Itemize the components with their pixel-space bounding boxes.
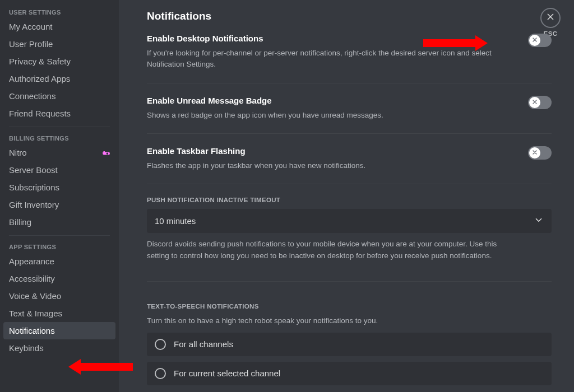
toggle-off-icon bbox=[531, 35, 538, 45]
sidebar-item-accessibility[interactable]: Accessibility bbox=[3, 270, 115, 287]
sidebar-item-connections[interactable]: Connections bbox=[3, 87, 115, 105]
toggle-knob bbox=[529, 35, 540, 46]
sidebar-item-label: Accessibility bbox=[9, 274, 55, 283]
tts-description: Turn this on to have a high tech robot s… bbox=[147, 315, 517, 327]
setting-desktop-notifications: Enable Desktop Notifications If you're l… bbox=[147, 34, 552, 83]
setting-title: Enable Desktop Notifications bbox=[147, 34, 517, 43]
sidebar-item-voice-video[interactable]: Voice & Video bbox=[3, 287, 115, 305]
nitro-icon bbox=[102, 149, 110, 157]
close-area: ESC bbox=[540, 8, 561, 37]
setting-unread-badge: Enable Unread Message Badge Shows a red … bbox=[147, 96, 552, 134]
sidebar-item-subscriptions[interactable]: Subscriptions bbox=[3, 179, 115, 196]
sidebar-item-label: Voice & Video bbox=[9, 291, 61, 301]
sidebar-item-my-account[interactable]: My Account bbox=[3, 18, 115, 35]
sidebar-item-server-boost[interactable]: Server Boost bbox=[3, 161, 115, 179]
settings-content: ESC Notifications Enable Desktop Notific… bbox=[119, 0, 574, 392]
sidebar-item-notifications[interactable]: Notifications bbox=[3, 322, 115, 339]
setting-description: Flashes the app in your taskbar when you… bbox=[147, 160, 365, 171]
toggle-knob bbox=[529, 147, 540, 158]
sidebar-item-label: Subscriptions bbox=[9, 183, 59, 192]
sidebar-item-label: Friend Requests bbox=[9, 109, 71, 118]
toggle-desktop-notifications[interactable] bbox=[528, 34, 552, 47]
sidebar-item-label: Connections bbox=[9, 91, 55, 101]
radio-icon bbox=[155, 339, 166, 350]
sidebar-item-label: Appearance bbox=[9, 256, 54, 266]
close-button[interactable] bbox=[540, 8, 561, 28]
sidebar-item-appearance[interactable]: Appearance bbox=[3, 253, 115, 270]
setting-title: Enable Unread Message Badge bbox=[147, 96, 383, 105]
setting-description: Shows a red badge on the app icon when y… bbox=[147, 110, 383, 121]
push-timeout-description: Discord avoids sending push notification… bbox=[147, 239, 517, 262]
sidebar-item-label: Keybinds bbox=[9, 343, 44, 353]
setting-title: Enable Taskbar Flashing bbox=[147, 146, 365, 156]
setting-tts: TEXT-TO-SPEECH NOTIFICATIONS Turn this o… bbox=[147, 294, 552, 392]
toggle-knob bbox=[529, 97, 540, 108]
tts-header: TEXT-TO-SPEECH NOTIFICATIONS bbox=[147, 303, 552, 310]
sidebar-item-label: User Profile bbox=[9, 39, 53, 49]
toggle-off-icon bbox=[531, 97, 538, 108]
sidebar-section-header-user: USER SETTINGS bbox=[3, 6, 115, 18]
push-timeout-header: PUSH NOTIFICATION INACTIVE TIMEOUT bbox=[147, 197, 552, 203]
setting-taskbar-flashing: Enable Taskbar Flashing Flashes the app … bbox=[147, 146, 552, 184]
sidebar-item-privacy-safety[interactable]: Privacy & Safety bbox=[3, 53, 115, 70]
sidebar-section-header-billing: BILLING SETTINGS bbox=[3, 132, 115, 144]
toggle-off-icon bbox=[531, 148, 538, 158]
sidebar-item-label: Server Boost bbox=[9, 165, 58, 175]
sidebar-item-label: My Account bbox=[9, 22, 53, 31]
sidebar-divider bbox=[9, 235, 110, 236]
sidebar-item-label: Gift Inventory bbox=[9, 200, 59, 209]
page-title: Notifications bbox=[147, 10, 552, 22]
sidebar-item-label: Nitro bbox=[9, 148, 27, 157]
chevron-down-icon bbox=[534, 215, 544, 227]
setting-push-timeout: PUSH NOTIFICATION INACTIVE TIMEOUT 10 mi… bbox=[147, 197, 552, 282]
sidebar-item-user-profile[interactable]: User Profile bbox=[3, 35, 115, 53]
setting-description: If you're looking for per-channel or per… bbox=[147, 48, 517, 71]
close-icon bbox=[546, 12, 555, 24]
push-timeout-dropdown[interactable]: 10 minutes bbox=[147, 209, 552, 233]
sidebar-divider bbox=[9, 127, 110, 127]
sidebar-item-label: Authorized Apps bbox=[9, 74, 70, 83]
sidebar-item-label: Notifications bbox=[9, 326, 55, 335]
toggle-unread-badge[interactable] bbox=[528, 96, 552, 109]
sidebar-item-gift-inventory[interactable]: Gift Inventory bbox=[3, 196, 115, 213]
settings-sidebar: USER SETTINGS My Account User Profile Pr… bbox=[0, 0, 119, 392]
radio-icon bbox=[155, 368, 166, 379]
sidebar-section-header-app: APP SETTINGS bbox=[3, 240, 115, 253]
sidebar-item-label: Text & Images bbox=[9, 309, 62, 318]
dropdown-value: 10 minutes bbox=[155, 216, 196, 226]
sidebar-item-label: Privacy & Safety bbox=[9, 57, 71, 66]
sidebar-item-billing[interactable]: Billing bbox=[3, 213, 115, 231]
radio-label: For all channels bbox=[174, 339, 233, 349]
tts-option-all-channels[interactable]: For all channels bbox=[147, 333, 552, 356]
tts-option-current-channel[interactable]: For current selected channel bbox=[147, 362, 552, 385]
sidebar-item-label: Billing bbox=[9, 217, 31, 227]
radio-label: For current selected channel bbox=[174, 368, 280, 378]
sidebar-item-text-images[interactable]: Text & Images bbox=[3, 305, 115, 322]
tts-radio-group: For all channels For current selected ch… bbox=[147, 333, 552, 385]
sidebar-item-authorized-apps[interactable]: Authorized Apps bbox=[3, 70, 115, 87]
sidebar-item-nitro[interactable]: Nitro bbox=[3, 144, 115, 161]
sidebar-item-friend-requests[interactable]: Friend Requests bbox=[3, 105, 115, 122]
sidebar-item-keybinds[interactable]: Keybinds bbox=[3, 339, 115, 357]
toggle-taskbar-flashing[interactable] bbox=[528, 146, 552, 160]
